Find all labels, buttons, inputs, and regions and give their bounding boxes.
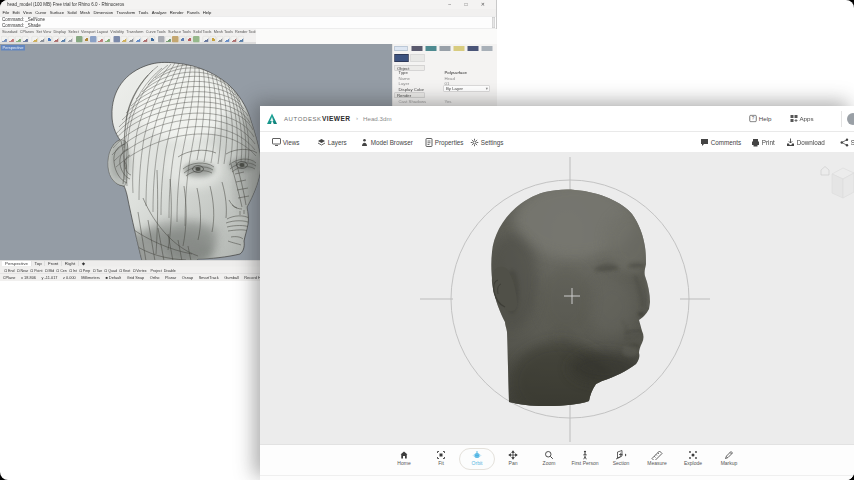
svg-text:?: ? bbox=[752, 116, 755, 121]
